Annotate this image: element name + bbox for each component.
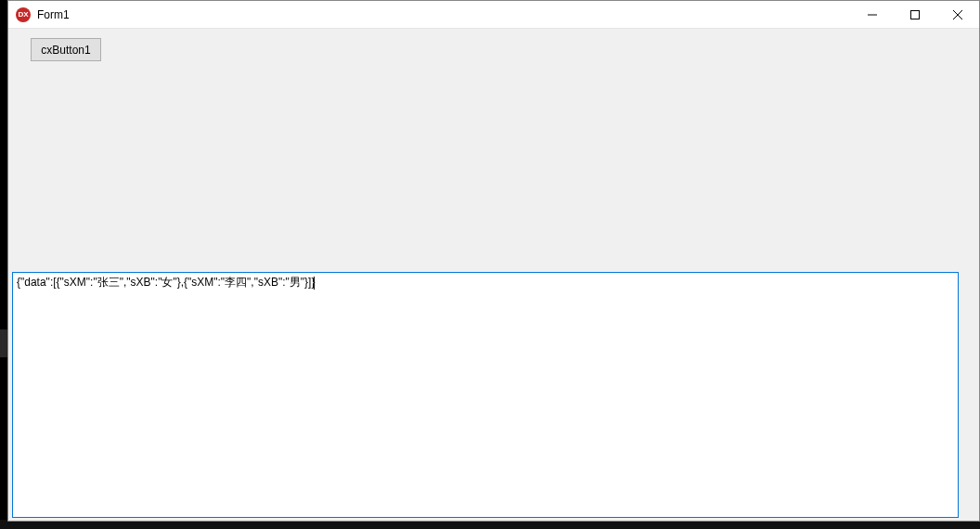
close-icon xyxy=(953,10,962,19)
cx-button-1[interactable]: cxButton1 xyxy=(31,38,101,61)
app-icon: DX xyxy=(16,7,31,22)
maximize-icon xyxy=(910,10,920,19)
window-controls xyxy=(851,1,979,28)
svg-rect-1 xyxy=(911,10,920,19)
minimize-icon xyxy=(868,10,877,19)
text-caret xyxy=(314,277,315,290)
client-area: cxButton1 {"data":[{"sXM":"张三","sXB":"女"… xyxy=(8,29,979,521)
memo-content: {"data":[{"sXM":"张三","sXB":"女"},{"sXM":"… xyxy=(17,276,315,289)
cx-button-1-label: cxButton1 xyxy=(41,44,90,57)
titlebar[interactable]: DX Form1 xyxy=(8,1,979,29)
main-window: DX Form1 cxButton1 xyxy=(7,0,980,522)
app-icon-text: DX xyxy=(18,11,28,19)
window-title: Form1 xyxy=(37,8,851,21)
memo-output[interactable]: {"data":[{"sXM":"张三","sXB":"女"},{"sXM":"… xyxy=(12,272,959,518)
minimize-button[interactable] xyxy=(851,1,894,28)
close-button[interactable] xyxy=(936,1,979,28)
maximize-button[interactable] xyxy=(894,1,936,28)
